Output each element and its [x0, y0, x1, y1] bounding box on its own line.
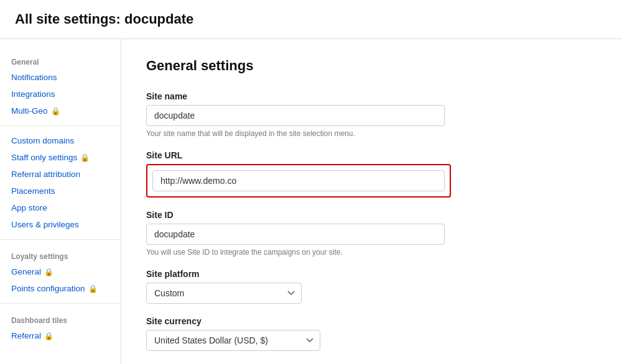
site-currency-label: Site currency: [146, 316, 597, 326]
sidebar-item-label: App store: [11, 203, 47, 212]
sidebar-item-integrations[interactable]: Integrations: [0, 86, 121, 102]
sidebar-divider: [0, 125, 121, 126]
sidebar-item-referral[interactable]: Referral 🔒: [0, 327, 121, 344]
sidebar-item-referral-attribution[interactable]: Referral attribution: [0, 166, 121, 183]
sidebar-item-notifications[interactable]: Notifications: [0, 69, 121, 86]
sidebar-item-app-store[interactable]: App store: [0, 199, 121, 216]
site-url-wrapper: [146, 164, 451, 198]
site-currency-group: Site currency United States Dollar (USD,…: [146, 316, 597, 351]
lock-icon: 🔒: [44, 268, 53, 276]
sidebar-item-label: Users & privileges: [11, 220, 79, 229]
site-id-group: Site ID You will use Site ID to integrat…: [146, 210, 597, 257]
sidebar-item-custom-domains[interactable]: Custom domains: [0, 132, 121, 149]
sidebar-divider-2: [0, 239, 121, 240]
sidebar-item-label: Notifications: [11, 73, 57, 82]
site-platform-select[interactable]: Custom WordPress Shopify Magento Other: [146, 283, 302, 304]
site-name-label: Site name: [146, 91, 597, 101]
sidebar-item-label: Points configuration: [11, 284, 85, 293]
sidebar-item-users-privileges[interactable]: Users & privileges: [0, 216, 121, 233]
sidebar: General Notifications Integrations Multi…: [0, 39, 121, 364]
sidebar-item-label: Referral attribution: [11, 170, 80, 179]
site-id-label: Site ID: [146, 210, 597, 220]
site-id-hint: You will use Site ID to integrate the ca…: [146, 248, 597, 257]
sidebar-item-label: General: [11, 267, 41, 276]
sidebar-section-dashboard: Dashboard tiles: [0, 310, 121, 327]
page-title: All site settings: docupdate: [15, 11, 607, 27]
site-currency-select[interactable]: United States Dollar (USD, $) Euro (EUR,…: [146, 330, 320, 351]
site-platform-group: Site platform Custom WordPress Shopify M…: [146, 269, 597, 304]
sidebar-item-multi-geo[interactable]: Multi-Geo 🔒: [0, 102, 121, 119]
site-name-group: Site name Your site name that will be di…: [146, 91, 597, 138]
sidebar-item-label: Integrations: [11, 89, 55, 99]
sidebar-divider-3: [0, 303, 121, 304]
sidebar-item-label: Referral: [11, 331, 41, 340]
site-platform-label: Site platform: [146, 269, 597, 279]
sidebar-item-staff-only-settings[interactable]: Staff only settings 🔒: [0, 149, 121, 166]
lock-icon: 🔒: [44, 332, 53, 340]
sidebar-item-label: Custom domains: [11, 136, 74, 145]
site-name-hint: Your site name that will be displayed in…: [146, 129, 597, 138]
site-url-input[interactable]: [152, 170, 445, 191]
site-id-input[interactable]: [146, 224, 445, 245]
lock-icon: 🔒: [51, 107, 60, 116]
sidebar-section-general: General: [0, 52, 121, 69]
site-url-group: Site URL: [146, 150, 597, 198]
sidebar-item-label: Placements: [11, 186, 55, 196]
main-content: General settings Site name Your site nam…: [121, 39, 622, 364]
general-settings-title: General settings: [146, 58, 597, 74]
sidebar-section-loyalty: Loyalty settings: [0, 246, 121, 263]
sidebar-item-placements[interactable]: Placements: [0, 183, 121, 199]
sidebar-item-label: Staff only settings: [11, 153, 77, 162]
sidebar-item-points-configuration[interactable]: Points configuration 🔒: [0, 280, 121, 297]
site-url-label: Site URL: [146, 150, 597, 160]
sidebar-item-label: Multi-Geo: [11, 106, 48, 116]
lock-icon: 🔒: [88, 284, 98, 293]
page-header: All site settings: docupdate: [0, 0, 622, 39]
sidebar-item-loyalty-general[interactable]: General 🔒: [0, 263, 121, 280]
site-name-input[interactable]: [146, 105, 445, 126]
lock-icon: 🔒: [80, 153, 90, 162]
